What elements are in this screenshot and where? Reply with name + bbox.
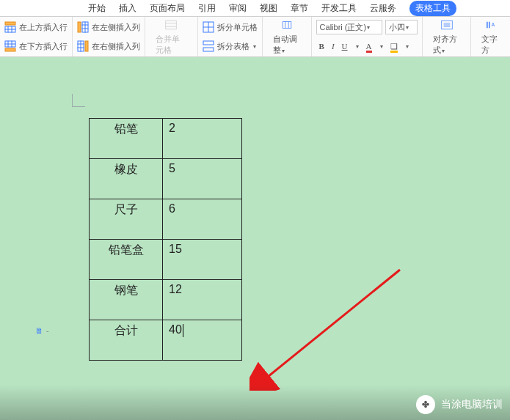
btn-split-cells[interactable]: 拆分单元格 — [203, 18, 258, 37]
watermark-text: 当涂电脑培训 — [441, 398, 503, 411]
group-text-dir: A 文字方 — [471, 17, 510, 56]
tab-start[interactable]: 开始 — [88, 2, 106, 15]
btn-insert-row-above[interactable]: 在上方插入行 — [4, 18, 68, 37]
group-split: 拆分单元格 拆分表格 ▾ — [198, 17, 263, 56]
tab-layout[interactable]: 页面布局 — [150, 2, 185, 15]
group-align: 对齐方式▾ — [423, 17, 472, 56]
svg-rect-28 — [283, 22, 291, 29]
btn-insert-col-left[interactable]: 在左侧插入列 — [77, 18, 140, 37]
chevron-down-icon: ▾ — [282, 48, 285, 54]
chevron-down-icon: ▾ — [356, 43, 359, 50]
table-row[interactable]: 铅笔盒 15 — [90, 240, 242, 280]
chevron-down-icon: ▾ — [442, 48, 445, 54]
group-insert-cols: 在左侧插入列 在右侧插入列 — [73, 17, 145, 56]
cell-name[interactable]: 铅笔盒 — [90, 240, 163, 280]
bold-button[interactable]: B — [319, 42, 324, 51]
label: 拆分单元格 — [217, 22, 258, 33]
svg-rect-4 — [5, 22, 15, 25]
cell-value[interactable]: 2 — [163, 119, 242, 159]
insert-row-above-icon — [4, 21, 16, 33]
page-margin-corner — [72, 94, 85, 107]
group-merge: 合并单元格 — [145, 17, 198, 56]
cell-name[interactable]: 合计 — [90, 320, 163, 361]
cell-name[interactable]: 尺子 — [90, 199, 163, 240]
chevron-down-icon: ▾ — [380, 43, 383, 50]
highlight-button[interactable]: ❏ — [390, 42, 398, 51]
svg-line-39 — [264, 270, 400, 380]
svg-rect-19 — [85, 41, 88, 51]
svg-rect-26 — [203, 41, 214, 45]
tab-ref[interactable]: 引用 — [198, 2, 216, 15]
svg-rect-14 — [78, 22, 81, 32]
cell-value[interactable]: 6 — [163, 199, 242, 240]
chevron-down-icon: ▾ — [406, 24, 409, 31]
font-size-value: 小四 — [389, 22, 405, 33]
data-table[interactable]: 铅笔 2 橡皮 5 尺子 6 铅笔盒 15 钢笔 12 合计 40 — [89, 118, 242, 361]
table-row[interactable]: 合计 40 — [90, 320, 242, 361]
autofit-icon — [279, 18, 295, 32]
document-canvas[interactable]: 铅笔 2 橡皮 5 尺子 6 铅笔盒 15 钢笔 12 合计 40 🗎- — [0, 57, 510, 420]
cell-name[interactable]: 铅笔 — [90, 119, 163, 159]
italic-button[interactable]: I — [332, 42, 335, 51]
font-color-button[interactable]: A — [366, 42, 372, 51]
font-size-select[interactable]: 小四▾ — [385, 20, 418, 34]
cell-value[interactable]: 15 — [163, 240, 242, 280]
btn-insert-col-right[interactable]: 在右侧插入列 — [77, 37, 140, 56]
group-font: Calibri (正文)▾ 小四▾ B I U▾ A▾ ❏▾ — [312, 17, 423, 56]
ribbon-toolbar: 在上方插入行 在下方插入行 在左侧插入列 在右侧插入列 合并 — [0, 16, 510, 57]
btn-autofit[interactable]: 自动调整▾ — [267, 18, 307, 56]
underline-button[interactable]: U — [342, 42, 348, 51]
cell-value[interactable]: 5 — [163, 159, 242, 199]
annotation-arrow — [249, 266, 404, 391]
font-name-value: Calibri (正文) — [320, 22, 367, 33]
tab-dev[interactable]: 开发工具 — [321, 2, 357, 15]
cell-value[interactable]: 12 — [163, 280, 242, 320]
merge-cells-icon — [163, 18, 179, 32]
wechat-icon: ✤ — [416, 395, 435, 414]
insert-row-below-icon — [4, 40, 16, 52]
btn-merge-cells: 合并单元格 — [150, 18, 193, 56]
tab-chapter[interactable]: 章节 — [291, 2, 308, 15]
align-icon — [439, 18, 455, 32]
page-icon: 🗎 — [35, 326, 43, 335]
btn-split-table[interactable]: 拆分表格 ▾ — [203, 37, 258, 56]
insert-col-right-icon — [77, 40, 89, 52]
split-cells-icon — [203, 21, 214, 33]
watermark: ✤ 当涂电脑培训 — [416, 395, 503, 414]
cell-value[interactable]: 40 — [163, 320, 242, 361]
svg-text:A: A — [491, 22, 495, 27]
btn-text-direction[interactable]: A 文字方 — [476, 18, 506, 56]
btn-insert-row-below[interactable]: 在下方插入行 — [4, 37, 68, 56]
minus-icon: - — [46, 326, 49, 335]
tab-view[interactable]: 视图 — [260, 2, 277, 15]
table-row[interactable]: 铅笔 2 — [90, 119, 242, 159]
label: 在上方插入行 — [19, 22, 68, 33]
label: 拆分表格 — [217, 41, 249, 52]
insert-col-left-icon — [77, 21, 89, 33]
text-direction-icon: A — [483, 18, 499, 32]
group-insert-rows: 在上方插入行 在下方插入行 — [0, 17, 73, 56]
tab-insert[interactable]: 插入 — [119, 2, 136, 15]
table-row[interactable]: 尺子 6 — [90, 199, 242, 240]
tab-review[interactable]: 审阅 — [229, 2, 247, 15]
chevron-down-icon: ▾ — [253, 43, 256, 50]
tab-table-tools[interactable]: 表格工具 — [409, 1, 456, 16]
cell-name[interactable]: 钢笔 — [90, 280, 163, 320]
cell-name[interactable]: 橡皮 — [90, 159, 163, 199]
font-name-select[interactable]: Calibri (正文)▾ — [316, 20, 382, 34]
label: 自动调整 — [273, 34, 297, 54]
ribbon-tabs: 开始 插入 页面布局 引用 审阅 视图 章节 开发工具 云服务 表格工具 — [0, 0, 510, 16]
table-row[interactable]: 橡皮 5 — [90, 159, 242, 199]
label: 在右侧插入列 — [92, 41, 140, 52]
table-row[interactable]: 钢笔 12 — [90, 280, 242, 320]
insert-page-button[interactable]: 🗎- — [35, 326, 49, 335]
btn-align[interactable]: 对齐方式▾ — [427, 18, 467, 56]
chevron-down-icon: ▾ — [406, 43, 409, 50]
label: 合并单元格 — [156, 34, 187, 56]
label: 在左侧插入列 — [92, 22, 140, 33]
split-table-icon — [203, 40, 214, 52]
tab-cloud[interactable]: 云服务 — [370, 2, 396, 15]
label: 在下方插入行 — [19, 41, 68, 52]
svg-rect-27 — [203, 48, 214, 51]
label: 对齐方式 — [433, 34, 457, 54]
